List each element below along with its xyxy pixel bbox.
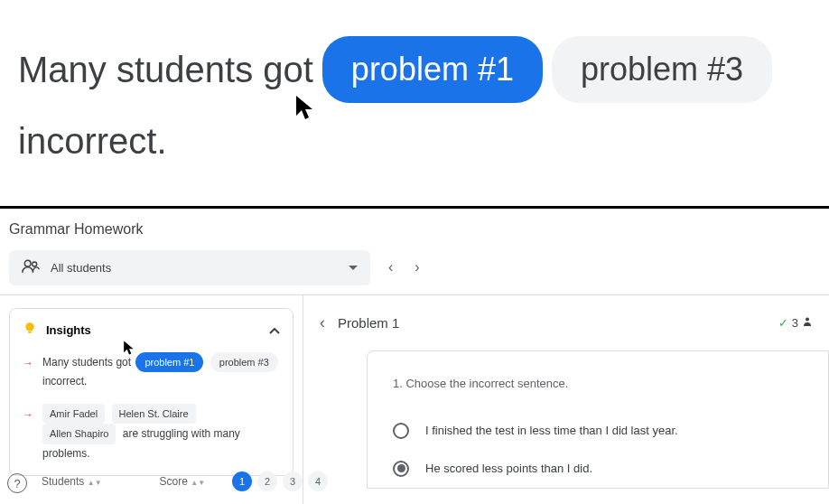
page-title: Grammar Homework (0, 209, 829, 250)
lightbulb-icon (23, 322, 37, 340)
svg-point-1 (33, 262, 37, 266)
svg-point-0 (24, 260, 31, 266)
page-1[interactable]: 1 (232, 471, 252, 491)
arrow-right-icon: → (23, 406, 33, 463)
radio-icon (393, 423, 409, 439)
chevron-up-icon (269, 322, 280, 339)
page-3[interactable]: 3 (283, 471, 303, 491)
sort-icon: ▲▼ (88, 481, 102, 485)
students-dropdown[interactable]: All students (9, 250, 370, 285)
option-2[interactable]: He scored less points than I did. (393, 450, 803, 488)
nav-arrows: ‹ › (388, 259, 420, 275)
hero-chip-problem-3[interactable]: problem #3 (552, 36, 772, 103)
filter-toolbar: All students ‹ › (0, 250, 829, 294)
students-table-header: Students ▲▼ Score ▲▼ 1 2 3 4 (9, 468, 328, 491)
problem-header: ‹ Problem 1 ✓ 3 (303, 308, 829, 350)
insight-text: Many students got problem #1 problem #3 … (42, 352, 280, 391)
page-4[interactable]: 4 (308, 471, 328, 491)
problem-title: Problem 1 (338, 315, 399, 331)
cursor-icon (123, 340, 135, 356)
insight-chip-problem-3[interactable]: problem #3 (210, 352, 278, 373)
people-icon (22, 259, 40, 276)
right-column: ‹ Problem 1 ✓ 3 1. Choose the incorrect … (303, 295, 829, 504)
insight-row-students[interactable]: → Amir Fadel Helen St. Claire Allen Shap… (23, 404, 280, 463)
score-count: 3 (792, 316, 798, 330)
svg-rect-2 (28, 331, 32, 332)
insights-header[interactable]: Insights (23, 322, 280, 340)
insights-card: Insights → Many students got problem #1 … (9, 308, 293, 477)
back-button[interactable]: ‹ (320, 313, 325, 332)
student-tag[interactable]: Amir Fadel (42, 404, 105, 425)
insights-title: Insights (46, 323, 260, 337)
hero-prefix: Many students got (18, 41, 313, 98)
score-badge: ✓ 3 (778, 316, 813, 330)
next-button[interactable]: › (414, 259, 419, 275)
question-card: 1. Choose the incorrect sentence. I fini… (367, 350, 829, 489)
caret-down-icon (349, 266, 358, 270)
student-tag[interactable]: Helen St. Claire (112, 404, 196, 425)
help-button[interactable]: ? (7, 473, 27, 493)
arrow-right-icon: → (23, 354, 33, 391)
dropdown-label: All students (51, 261, 111, 275)
svg-point-3 (806, 317, 809, 321)
sort-icon: ▲▼ (191, 481, 205, 485)
column-students[interactable]: Students ▲▼ (42, 475, 102, 488)
hero-suffix: incorrect. (18, 112, 811, 170)
hero-chip-problem-1[interactable]: problem #1 (322, 36, 543, 103)
hero-sentence: Many students got problem #1 problem #3 … (0, 0, 829, 197)
option-label: He scored less points than I did. (425, 462, 592, 475)
person-icon (802, 316, 813, 330)
pagination: 1 2 3 4 (232, 471, 328, 491)
radio-selected-icon (393, 461, 409, 477)
page-2[interactable]: 2 (257, 471, 277, 491)
insight-row-problems[interactable]: → Many students got problem #1 problem #… (23, 352, 280, 391)
option-label: I finished the test in less time than I … (425, 424, 678, 437)
insight-text: Amir Fadel Helen St. Claire Allen Shapir… (42, 404, 280, 463)
question-text: 1. Choose the incorrect sentence. (393, 377, 803, 390)
insight-chip-problem-1[interactable]: problem #1 (135, 352, 203, 373)
option-1[interactable]: I finished the test in less time than I … (393, 412, 803, 450)
student-tag[interactable]: Allen Shapiro (42, 424, 116, 444)
check-icon: ✓ (778, 316, 788, 330)
prev-button[interactable]: ‹ (388, 259, 393, 275)
cursor-icon (294, 79, 316, 137)
column-score[interactable]: Score ▲▼ (160, 475, 206, 488)
